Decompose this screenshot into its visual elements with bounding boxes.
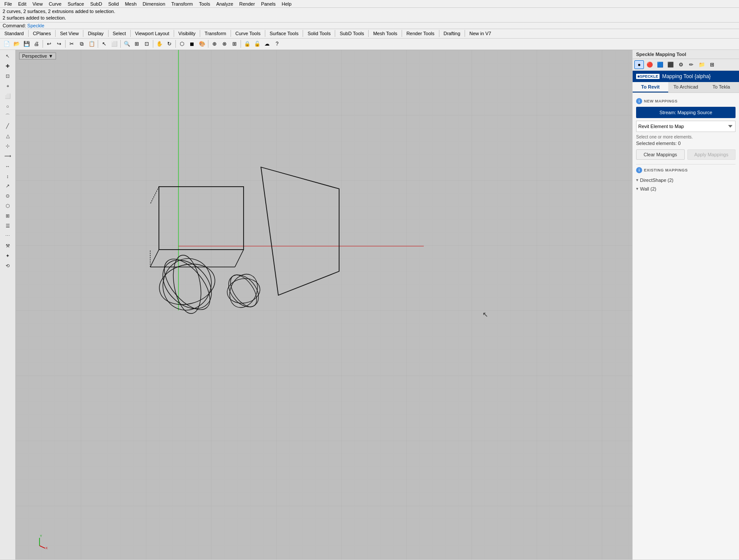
clear-mappings-button[interactable]: Clear Mappings (636, 149, 685, 160)
menu-panels[interactable]: Panels (258, 1, 278, 7)
cut-icon[interactable]: ✂ (67, 39, 76, 49)
tab-archicad[interactable]: To Archicad (668, 82, 704, 92)
redo-icon[interactable]: ↪ (54, 39, 64, 49)
save-icon[interactable]: 💾 (22, 39, 31, 49)
toolbar-setview[interactable]: Set View (57, 30, 81, 36)
window-select-icon[interactable]: ⬜ (109, 39, 119, 49)
toolbar-mesh-tools[interactable]: Mesh Tools (370, 30, 399, 36)
toolbar-render-tools[interactable]: Render Tools (404, 30, 437, 36)
left-tool-16[interactable]: ⬡ (2, 201, 14, 211)
menu-curve[interactable]: Curve (46, 1, 64, 7)
toolbar-surface-tools[interactable]: Surface Tools (267, 30, 301, 36)
left-tool-6[interactable]: ○ (2, 102, 14, 111)
main-area: ↖ ✚ ⊡ ⌖ ⬜ ○ ⌒ ╱ △ ⊹ ⟿ ↔ ↕ ↗ ⊙ ⬡ ⊞ ☰ ⋯ ⚒ … (0, 50, 739, 560)
panel-icon-1[interactable]: ● (634, 60, 644, 69)
left-tool-18[interactable]: ☰ (2, 221, 14, 231)
zoom-window-icon[interactable]: ⊡ (142, 39, 152, 49)
menu-analyze[interactable]: Analyze (214, 1, 236, 7)
viewport[interactable]: Perspective ▼ (16, 50, 632, 560)
toolbar-transform[interactable]: Transform (202, 30, 229, 36)
panel-icon-6[interactable]: ✏ (686, 60, 696, 69)
menu-subd[interactable]: SubD (88, 1, 105, 7)
cloud-icon[interactable]: ☁ (262, 39, 272, 49)
toolbar-drafting[interactable]: Drafting (441, 30, 463, 36)
select-icon[interactable]: ↖ (99, 39, 109, 49)
print-icon[interactable]: 🖨 (32, 39, 41, 49)
toolbar-curve-tools[interactable]: Curve Tools (233, 30, 263, 36)
tab-tekla[interactable]: To Tekla (703, 82, 739, 92)
toolbar-visibility[interactable]: Visibility (176, 30, 198, 36)
menu-transform[interactable]: Transform (169, 1, 196, 7)
open-file-icon[interactable]: 📂 (12, 39, 21, 49)
unlock-icon[interactable]: 🔓 (252, 39, 262, 49)
panel-icon-2[interactable]: 🔴 (645, 60, 654, 69)
directshape-chevron[interactable]: ▾ (636, 178, 638, 182)
left-tool-20[interactable]: ⚒ (2, 241, 14, 251)
menu-tools[interactable]: Tools (196, 1, 213, 7)
left-tool-10[interactable]: ⊹ (2, 142, 14, 151)
left-tool-15[interactable]: ⊙ (2, 191, 14, 201)
stream-mapping-source-button[interactable]: Stream: Mapping Source (636, 107, 736, 118)
left-tool-2[interactable]: ✚ (2, 62, 14, 71)
perspective-icon[interactable]: ⬡ (177, 39, 187, 49)
menu-dimension[interactable]: Dimension (140, 1, 168, 7)
panel-icon-7[interactable]: 📁 (697, 60, 706, 69)
menu-file[interactable]: File (2, 1, 15, 7)
tab-revit[interactable]: To Revit (633, 82, 668, 92)
revit-element-dropdown[interactable]: Revit Element to Map (636, 121, 736, 132)
menu-view[interactable]: View (30, 1, 46, 7)
menu-render[interactable]: Render (237, 1, 257, 7)
paste-icon[interactable]: 📋 (87, 39, 96, 49)
toolbar-viewport-layout[interactable]: Viewport Layout (132, 30, 172, 36)
undo-icon[interactable]: ↩ (44, 39, 54, 49)
left-tool-19[interactable]: ⋯ (2, 231, 14, 241)
toolbar-cplanes[interactable]: CPlanes (30, 30, 54, 36)
toolbar-new-v7[interactable]: New in V7 (467, 30, 494, 36)
left-tool-4[interactable]: ⌖ (2, 82, 14, 91)
left-tool-14[interactable]: ↗ (2, 181, 14, 191)
left-tool-22[interactable]: ⟲ (2, 261, 14, 271)
speckle-logo: ■SPECKLE (636, 74, 660, 79)
new-file-icon[interactable]: 📄 (2, 39, 11, 49)
pan-icon[interactable]: ✋ (155, 39, 164, 49)
menu-help[interactable]: Help (279, 1, 294, 7)
lock-icon[interactable]: 🔒 (242, 39, 252, 49)
left-tool-5[interactable]: ⬜ (2, 92, 14, 101)
left-tool-17[interactable]: ⊞ (2, 211, 14, 221)
left-tool-3[interactable]: ⊡ (2, 72, 14, 81)
toolbar-select[interactable]: Select (110, 30, 129, 36)
copy-icon[interactable]: ⧉ (77, 39, 86, 49)
rotate-icon[interactable]: ↻ (165, 39, 174, 49)
toolbar-subd-tools[interactable]: SubD Tools (337, 30, 366, 36)
viewport-label[interactable]: Perspective ▼ (19, 53, 56, 59)
left-tool-8[interactable]: ╱ (2, 122, 14, 131)
zoom-icon[interactable]: 🔍 (122, 39, 132, 49)
panel-icon-3[interactable]: 🟦 (655, 60, 665, 69)
help-icon[interactable]: ? (272, 39, 282, 49)
shade-icon[interactable]: ◼ (187, 39, 197, 49)
left-tool-11[interactable]: ⟿ (2, 152, 14, 161)
left-tool-21[interactable]: ✦ (2, 251, 14, 261)
osnap-icon[interactable]: ⊗ (220, 39, 229, 49)
wall-chevron[interactable]: ▾ (636, 186, 638, 191)
toolbar-solid-tools[interactable]: Solid Tools (305, 30, 333, 36)
left-tool-12[interactable]: ↔ (2, 161, 14, 171)
render-icon[interactable]: 🎨 (197, 39, 207, 49)
toolbar-standard[interactable]: Standard (2, 30, 26, 36)
menu-mesh[interactable]: Mesh (122, 1, 139, 7)
left-tool-13[interactable]: ↕ (2, 171, 14, 181)
panel-icon-4[interactable]: ⬛ (666, 60, 675, 69)
grid-snap-icon[interactable]: ⊞ (230, 39, 239, 49)
menu-surface[interactable]: Surface (65, 1, 87, 7)
zoom-extents-icon[interactable]: ⊞ (132, 39, 142, 49)
left-tool-1[interactable]: ↖ (2, 52, 14, 61)
panel-icon-8[interactable]: ⊞ (707, 60, 717, 69)
panel-icon-5[interactable]: ⚙ (676, 60, 686, 69)
menu-solid[interactable]: Solid (106, 1, 121, 7)
snap-icon[interactable]: ⊕ (210, 39, 219, 49)
left-tool-7[interactable]: ⌒ (2, 112, 14, 121)
left-tool-9[interactable]: △ (2, 132, 14, 141)
apply-mappings-button[interactable]: Apply Mappings (687, 149, 736, 160)
toolbar-display[interactable]: Display (85, 30, 106, 36)
menu-edit[interactable]: Edit (16, 1, 29, 7)
